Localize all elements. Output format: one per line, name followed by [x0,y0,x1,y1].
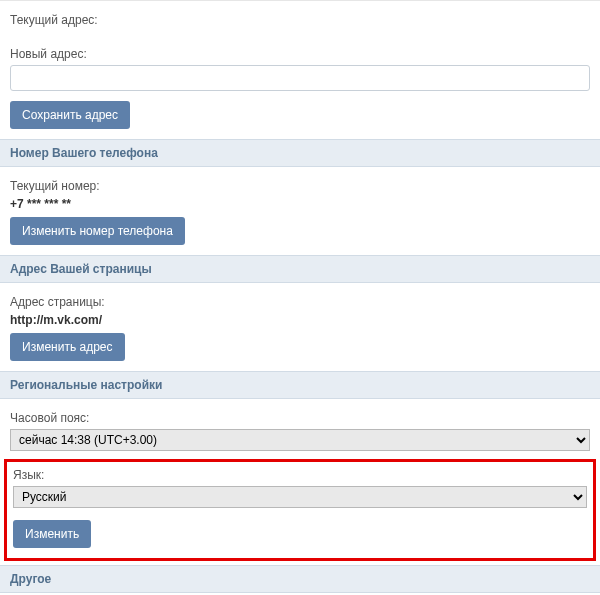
new-email-input[interactable] [10,65,590,91]
language-label: Язык: [13,468,587,482]
phone-section: Текущий номер: +7 *** *** ** Изменить но… [0,167,600,255]
language-highlight-box: Язык: Русский Изменить [4,459,596,561]
email-section: Текущий адрес: Новый адрес: Сохранить ад… [0,0,600,139]
page-address-value: http://m.vk.com/ [10,313,590,327]
page-address-label: Адрес страницы: [10,295,590,309]
timezone-select[interactable]: сейчас 14:38 (UTC+3.00) [10,429,590,451]
regional-section-header: Региональные настройки [0,371,600,399]
change-phone-button[interactable]: Изменить номер телефона [10,217,185,245]
change-language-button[interactable]: Изменить [13,520,91,548]
new-email-label: Новый адрес: [10,47,590,61]
page-address-section: Адрес страницы: http://m.vk.com/ Изменит… [0,283,600,371]
other-section-header: Другое [0,565,600,593]
timezone-label: Часовой пояс: [10,411,590,425]
phone-section-header: Номер Вашего телефона [0,139,600,167]
change-address-button[interactable]: Изменить адрес [10,333,125,361]
current-phone-label: Текущий номер: [10,179,590,193]
regional-section: Часовой пояс: сейчас 14:38 (UTC+3.00) [0,399,600,455]
current-phone-value: +7 *** *** ** [10,197,590,211]
page-address-section-header: Адрес Вашей страницы [0,255,600,283]
current-email-label: Текущий адрес: [10,13,590,27]
language-select[interactable]: Русский [13,486,587,508]
save-email-button[interactable]: Сохранить адрес [10,101,130,129]
